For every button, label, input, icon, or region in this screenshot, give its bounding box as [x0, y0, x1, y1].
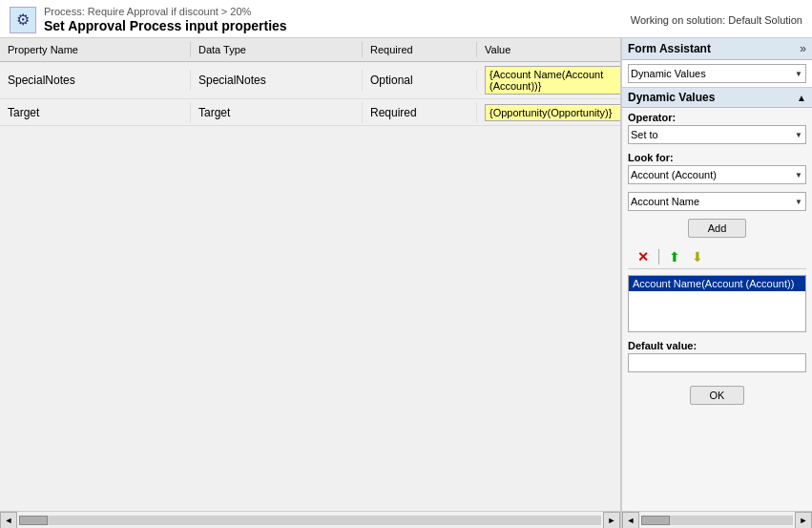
operator-select[interactable]: Set to: [628, 125, 806, 144]
look-for-label: Look for:: [628, 152, 806, 163]
fa-bottom-scrollbar: ◄ ►: [622, 511, 812, 528]
col-value: Value: [477, 42, 620, 57]
table-header: Property Name Data Type Required Value: [0, 38, 620, 62]
cell-property-name-2: Target: [0, 102, 191, 123]
content-row: Property Name Data Type Required Value S…: [0, 38, 812, 528]
ok-row: OK: [628, 386, 806, 405]
fa-scroll-right[interactable]: ►: [795, 512, 812, 529]
scroll-right-arrow[interactable]: ►: [603, 512, 620, 529]
cell-value-2[interactable]: {Opportunity(Opportunity)}: [477, 100, 621, 125]
cell-data-type-2: Target: [191, 102, 363, 123]
table-row: SpecialNotes SpecialNotes Optional {Acco…: [0, 62, 620, 99]
col-property-name: Property Name: [0, 42, 191, 57]
field-select-row: Account Name: [628, 192, 806, 211]
value-field-1[interactable]: {Account Name(Account (Account))}: [485, 66, 621, 95]
field-select-wrapper: Account Name: [628, 192, 806, 211]
operator-row: Operator: Set to: [628, 112, 806, 144]
toolbar-icons: ✕ ⬆ ⬇: [628, 245, 806, 269]
table-row: Target Target Required {Opportunity(Oppo…: [0, 99, 620, 126]
fa-scroll-track[interactable]: [641, 516, 793, 525]
operator-select-wrapper: Set to: [628, 125, 806, 144]
col-data-type: Data Type: [191, 42, 363, 57]
cell-required-2: Required: [363, 102, 477, 123]
bottom-scrollbar: ◄ ►: [0, 511, 620, 528]
process-subtitle: Process: Require Approval if discount > …: [44, 6, 287, 17]
look-for-select[interactable]: Account (Account): [628, 165, 806, 184]
default-value-label: Default value:: [628, 340, 806, 351]
col-required: Required: [363, 42, 477, 57]
gear-icon: ⚙: [10, 7, 36, 33]
toolbar-divider: [658, 249, 659, 264]
fa-expand-btn[interactable]: »: [800, 42, 806, 55]
fa-list-area: Account Name(Account (Account)): [628, 275, 806, 332]
main-wrapper: ⚙ Process: Require Approval if discount …: [0, 0, 812, 528]
working-on-label: Working on solution: Default Solution: [631, 14, 802, 26]
process-title-area: Process: Require Approval if discount > …: [44, 6, 287, 33]
fa-section-title: Dynamic Values: [628, 91, 715, 104]
fa-dropdown-row: Dynamic Values: [622, 60, 812, 88]
table-area: Property Name Data Type Required Value S…: [0, 38, 621, 528]
cell-property-name-1: SpecialNotes: [0, 70, 191, 91]
list-item[interactable]: Account Name(Account (Account)): [629, 276, 805, 291]
dynamic-values-select[interactable]: Dynamic Values: [628, 64, 806, 83]
delete-icon[interactable]: ✕: [634, 247, 653, 266]
fa-section-header: Dynamic Values ▲: [622, 88, 812, 108]
move-down-icon[interactable]: ⬇: [688, 247, 707, 266]
fa-header: Form Assistant »: [622, 38, 812, 60]
cell-value-1[interactable]: {Account Name(Account (Account))}: [477, 62, 621, 98]
fa-scroll-left[interactable]: ◄: [622, 512, 639, 529]
move-up-icon[interactable]: ⬆: [665, 247, 684, 266]
scroll-thumb[interactable]: [19, 516, 48, 525]
add-button[interactable]: Add: [688, 219, 747, 238]
form-assistant-panel: Form Assistant » Dynamic Values Dynamic …: [621, 38, 812, 528]
cell-data-type-1: SpecialNotes: [191, 70, 363, 91]
ok-button[interactable]: OK: [690, 386, 745, 405]
default-value-row: Default value:: [628, 336, 806, 372]
operator-label: Operator:: [628, 112, 806, 123]
top-bar-left: ⚙ Process: Require Approval if discount …: [10, 6, 287, 33]
look-for-select-wrapper: Account (Account): [628, 165, 806, 184]
top-bar: ⚙ Process: Require Approval if discount …: [0, 0, 812, 38]
table-spacer: [0, 126, 620, 511]
fa-body: Operator: Set to Look for: Account (Acco…: [622, 108, 812, 511]
scroll-left-arrow[interactable]: ◄: [0, 512, 17, 529]
fa-collapse-btn[interactable]: ▲: [797, 93, 806, 103]
page-title: Set Approval Process input properties: [44, 18, 287, 33]
look-for-row: Look for: Account (Account): [628, 152, 806, 184]
scroll-track[interactable]: [19, 516, 601, 525]
value-field-2[interactable]: {Opportunity(Opportunity)}: [485, 104, 621, 121]
default-value-input[interactable]: [628, 353, 806, 372]
fa-title: Form Assistant: [628, 42, 711, 55]
cell-required-1: Optional: [363, 70, 477, 91]
dynamic-values-select-wrapper: Dynamic Values: [628, 64, 806, 83]
field-select[interactable]: Account Name: [628, 192, 806, 211]
fa-scroll-thumb[interactable]: [641, 516, 670, 525]
